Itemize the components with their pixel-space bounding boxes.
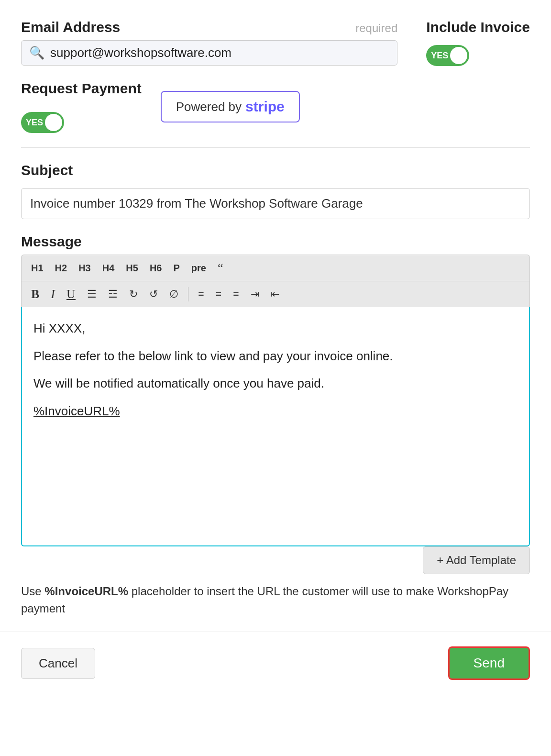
subject-label: Subject — [21, 162, 530, 178]
toolbar-undo[interactable]: ↺ — [144, 285, 163, 303]
toolbar-outdent[interactable]: ⇤ — [266, 285, 284, 303]
toolbar-row-format: B I U ☰ ☲ ↻ ↺ ∅ ≡ ≡ ≡ ⇥ ⇤ — [22, 281, 529, 307]
toolbar-h1[interactable]: H1 — [26, 260, 48, 277]
request-payment-toggle-container: YES — [21, 112, 142, 133]
email-input[interactable] — [50, 45, 251, 60]
footer: Cancel Send — [0, 632, 551, 694]
email-address-label: Email Address — [21, 19, 120, 35]
include-invoice-toggle-container: YES — [426, 45, 469, 66]
message-line-4: %InvoiceURL% — [33, 401, 518, 422]
toolbar-redo[interactable]: ↻ — [124, 285, 143, 303]
toolbar-p[interactable]: P — [168, 260, 184, 277]
toolbar-bullet-list[interactable]: ☰ — [82, 285, 101, 303]
add-template-button[interactable]: + Add Template — [423, 546, 530, 574]
invoice-url-placeholder: %InvoiceURL% — [44, 585, 128, 598]
request-payment-toggle[interactable]: YES — [21, 112, 64, 133]
send-button[interactable]: Send — [448, 646, 530, 680]
message-line-1: Hi XXXX, — [33, 319, 518, 339]
cancel-button[interactable]: Cancel — [21, 648, 95, 679]
toolbar-separator — [188, 287, 189, 301]
subject-input[interactable] — [21, 188, 530, 219]
stripe-prefix: Powered by — [176, 100, 242, 114]
toolbar-bold[interactable]: B — [26, 284, 44, 304]
helper-text: Use %InvoiceURL% placeholder to insert t… — [21, 583, 530, 617]
include-invoice-toggle[interactable]: YES — [426, 45, 469, 66]
email-input-wrapper: 🔍 — [21, 40, 397, 66]
toolbar-h6[interactable]: H6 — [145, 260, 167, 277]
search-icon: 🔍 — [29, 45, 44, 60]
toolbar-italic[interactable]: I — [46, 284, 60, 304]
toolbar-h4[interactable]: H4 — [98, 260, 120, 277]
helper-text-before: Use — [21, 585, 44, 598]
include-invoice-label: Include Invoice — [426, 19, 530, 35]
toolbar-align-right[interactable]: ≡ — [228, 285, 243, 303]
message-section: Message H1 H2 H3 H4 H5 H6 P pre “ B I U … — [21, 233, 530, 546]
toolbar-row-headings: H1 H2 H3 H4 H5 H6 P pre “ — [22, 255, 529, 281]
message-editor[interactable]: Hi XXXX, Please refer to the below link … — [21, 307, 530, 546]
toolbar-h3[interactable]: H3 — [74, 260, 96, 277]
message-label: Message — [21, 233, 530, 250]
toolbar-underline[interactable]: U — [62, 284, 80, 304]
request-payment-yes-label: YES — [26, 118, 43, 128]
toolbar-clear[interactable]: ∅ — [165, 285, 183, 303]
toolbar-h5[interactable]: H5 — [121, 260, 143, 277]
toolbar-align-left[interactable]: ≡ — [193, 285, 209, 303]
message-line-2: Please refer to the below link to view a… — [33, 346, 518, 367]
subject-section: Subject — [21, 162, 530, 219]
include-invoice-yes-label: YES — [431, 51, 448, 61]
required-label: required — [355, 22, 397, 35]
toolbar-blockquote[interactable]: “ — [213, 258, 228, 278]
divider-1 — [21, 147, 530, 148]
toolbar-indent[interactable]: ⇥ — [246, 285, 264, 303]
stripe-button[interactable]: Powered by stripe — [161, 91, 300, 122]
stripe-brand: stripe — [245, 99, 285, 115]
message-toolbar: H1 H2 H3 H4 H5 H6 P pre “ B I U ☰ ☲ ↻ ↺ … — [21, 255, 530, 307]
toolbar-pre[interactable]: pre — [187, 260, 211, 277]
toolbar-ordered-list[interactable]: ☲ — [103, 285, 122, 303]
request-payment-label: Request Payment — [21, 80, 142, 97]
message-line-3: We will be notified automatically once y… — [33, 374, 518, 394]
toolbar-align-center[interactable]: ≡ — [211, 285, 226, 303]
add-template-row: + Add Template — [21, 546, 530, 574]
toolbar-h2[interactable]: H2 — [50, 260, 72, 277]
